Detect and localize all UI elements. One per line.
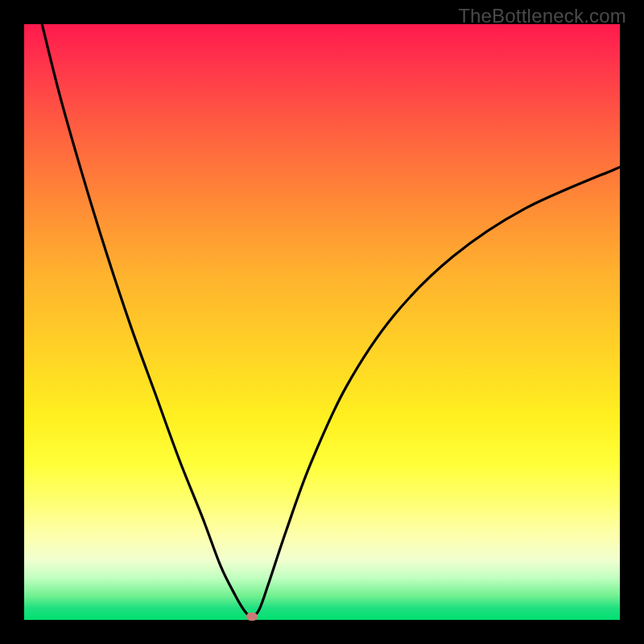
curve-svg xyxy=(24,24,620,620)
plot-area xyxy=(24,24,620,620)
bottleneck-curve xyxy=(42,24,620,617)
chart-frame: TheBottleneck.com xyxy=(0,0,644,644)
